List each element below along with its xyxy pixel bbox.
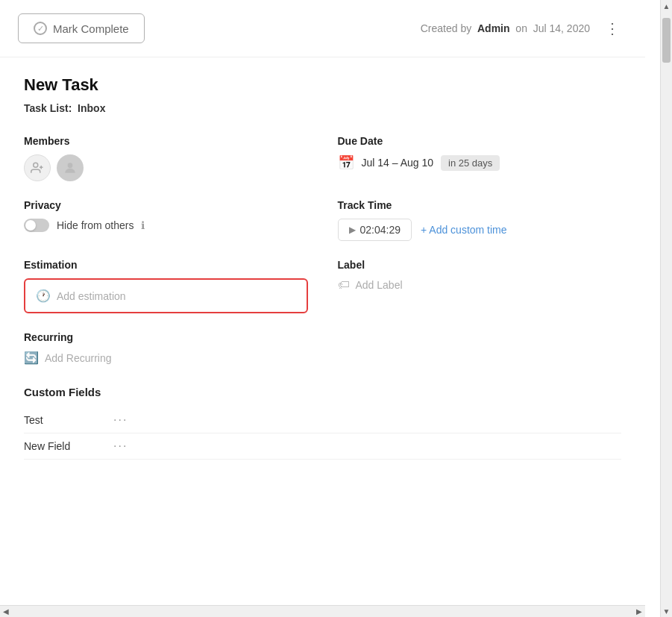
members-row — [24, 154, 308, 181]
svg-point-3 — [68, 163, 73, 168]
scroll-right-button[interactable]: ▶ — [633, 606, 645, 618]
custom-field-dots-new-field[interactable]: ··· — [113, 439, 128, 453]
estimation-section: Estimation 🕐 Add estimation — [24, 259, 308, 331]
task-list-row: Task List: Inbox — [24, 102, 621, 114]
info-icon[interactable]: ℹ — [141, 219, 145, 231]
mark-complete-button[interactable]: ✓ Mark Complete — [18, 13, 145, 43]
main-container: ✓ Mark Complete Created by Admin on Jul … — [0, 0, 645, 617]
recurring-section: Recurring 🔄 Add Recurring — [24, 331, 621, 365]
estimation-label: Estimation — [24, 259, 308, 271]
calendar-icon: 📅 — [338, 154, 354, 171]
task-list-label: Task List: — [24, 102, 72, 114]
privacy-toggle[interactable] — [24, 219, 49, 232]
date-range: Jul 14 – Aug 10 — [362, 157, 434, 169]
privacy-section: Privacy Hide from others ℹ — [24, 199, 308, 241]
custom-field-row-new-field: New Field ··· — [24, 433, 621, 460]
add-label-placeholder: Add Label — [356, 279, 403, 291]
toggle-knob — [25, 220, 36, 231]
task-list-value[interactable]: Inbox — [78, 102, 105, 114]
label-field-label: Label — [338, 259, 622, 271]
recurring-label: Recurring — [24, 331, 621, 343]
hide-from-others-label: Hide from others — [57, 219, 134, 231]
scroll-thumb[interactable] — [662, 18, 671, 63]
add-recurring-label: Add Recurring — [45, 352, 112, 364]
scrollbar-horizontal: ◀ ▶ — [0, 605, 645, 617]
clock-icon: 🕐 — [36, 289, 51, 303]
members-section: Members — [24, 135, 308, 181]
recurring-icon: 🔄 — [24, 351, 39, 365]
label-row[interactable]: 🏷 Add Label — [338, 278, 622, 292]
more-options-button[interactable]: ⋮ — [599, 16, 627, 40]
header-bar: ✓ Mark Complete Created by Admin on Jul … — [0, 0, 645, 57]
fields-grid: Members — [24, 135, 621, 331]
scroll-up-button[interactable]: ▲ — [661, 0, 673, 12]
mark-complete-label: Mark Complete — [53, 22, 129, 35]
members-label: Members — [24, 135, 308, 147]
svg-point-0 — [34, 163, 38, 167]
custom-fields-label: Custom Fields — [24, 386, 621, 398]
privacy-row: Hide from others ℹ — [24, 219, 308, 232]
content-area: New Task Task List: Inbox Members — [0, 57, 645, 489]
track-time-section: Track Time ▶ 02:04:29 + Add custom time — [338, 199, 622, 241]
estimation-placeholder: Add estimation — [57, 290, 126, 302]
custom-field-name-new-field: New Field — [24, 440, 84, 452]
privacy-label: Privacy — [24, 199, 308, 211]
scroll-track — [661, 12, 672, 605]
custom-field-dots-test[interactable]: ··· — [113, 413, 128, 427]
due-date-section: Due Date 📅 Jul 14 – Aug 10 in 25 days — [338, 135, 622, 181]
task-title[interactable]: New Task — [24, 75, 621, 95]
header-right: Created by Admin on Jul 14, 2020 ⋮ — [421, 16, 627, 40]
label-section: Label 🏷 Add Label — [338, 259, 622, 313]
scroll-down-button[interactable]: ▼ — [661, 605, 673, 617]
days-badge: in 25 days — [441, 155, 500, 171]
track-time-label: Track Time — [338, 199, 622, 211]
member-avatar[interactable] — [57, 154, 84, 181]
custom-field-row-test: Test ··· — [24, 407, 621, 433]
estimation-inner: 🕐 Add estimation — [36, 289, 296, 303]
add-member-button[interactable] — [24, 154, 51, 181]
created-info: Created by Admin on Jul 14, 2020 — [421, 22, 590, 34]
custom-fields-section: Custom Fields Test ··· New Field ··· — [24, 386, 621, 460]
time-value: 02:04:29 — [360, 224, 401, 236]
play-icon: ▶ — [349, 225, 356, 235]
track-time-row: ▶ 02:04:29 + Add custom time — [338, 219, 622, 241]
scrollbar-vertical: ▲ ▼ — [660, 0, 672, 617]
tag-icon: 🏷 — [338, 278, 350, 292]
recurring-row[interactable]: 🔄 Add Recurring — [24, 351, 621, 365]
time-display[interactable]: ▶ 02:04:29 — [338, 219, 412, 241]
custom-field-name-test: Test — [24, 414, 84, 426]
add-custom-time-link[interactable]: + Add custom time — [421, 224, 507, 236]
scroll-left-button[interactable]: ◀ — [0, 606, 12, 618]
estimation-box[interactable]: 🕐 Add estimation — [24, 278, 308, 313]
check-icon: ✓ — [34, 22, 47, 35]
due-date-row[interactable]: 📅 Jul 14 – Aug 10 in 25 days — [338, 154, 622, 171]
due-date-label: Due Date — [338, 135, 622, 147]
